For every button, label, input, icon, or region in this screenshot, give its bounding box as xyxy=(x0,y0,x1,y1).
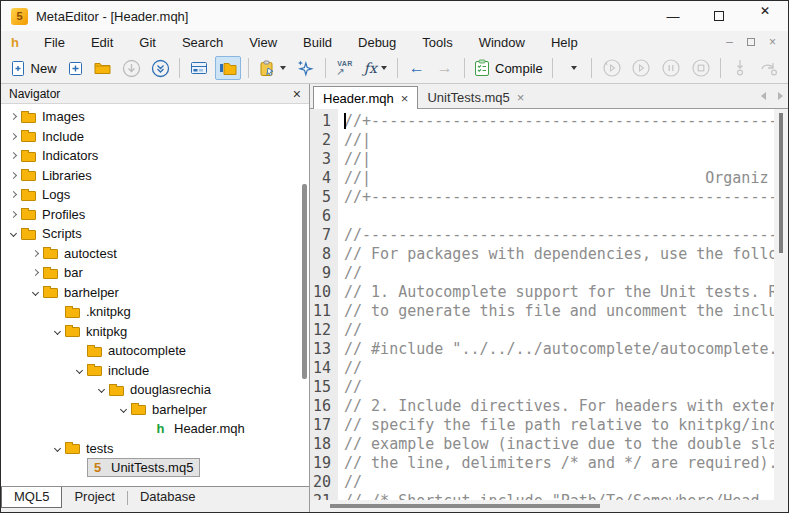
save-button[interactable] xyxy=(119,56,144,80)
stop-debug-button[interactable] xyxy=(688,56,714,80)
tree-item-header-mqh[interactable]: hHeader.mqh xyxy=(1,419,309,439)
tab-database[interactable]: Database xyxy=(128,487,208,508)
menu-tools[interactable]: Tools xyxy=(409,35,465,50)
goto-definition-button[interactable]: VAR↗ xyxy=(333,56,357,80)
compile-button[interactable]: Compile xyxy=(472,56,545,80)
chevron-down-icon[interactable] xyxy=(27,284,43,300)
editor-tab-unittests-mq5[interactable]: UnitTests.mq5 × xyxy=(418,86,533,108)
editor-horizontal-scrollbar[interactable] xyxy=(310,500,774,512)
folder-icon xyxy=(21,113,36,123)
navigator-scrollbar-thumb[interactable] xyxy=(302,184,307,379)
new-button[interactable]: New xyxy=(7,56,59,80)
code-line: 6 xyxy=(310,207,774,226)
fx-icon: ƒx xyxy=(364,60,377,76)
insert-function-button[interactable]: ƒx xyxy=(361,56,390,80)
toolbar-separator xyxy=(552,58,553,78)
toggle-navigator-button[interactable] xyxy=(215,56,241,80)
step-over-button[interactable] xyxy=(756,56,782,80)
menu-edit[interactable]: Edit xyxy=(78,35,126,50)
tree-item-indicators[interactable]: Indicators xyxy=(1,146,309,166)
paste-snippet-button[interactable] xyxy=(256,56,288,80)
tree-item-bar[interactable]: bar xyxy=(1,263,309,283)
app-icon: 5 xyxy=(11,8,28,25)
tree-item-logs[interactable]: Logs xyxy=(1,185,309,205)
document-icon[interactable]: h xyxy=(1,35,31,50)
chevron-down-icon[interactable] xyxy=(49,323,65,339)
tree-item-images[interactable]: Images xyxy=(1,107,309,127)
menu-view[interactable]: View xyxy=(236,35,290,50)
chevron-right-icon[interactable] xyxy=(5,109,21,125)
chevron-down-icon[interactable] xyxy=(49,440,65,456)
tree-item-autoctest[interactable]: autoctest xyxy=(1,244,309,264)
scrollbar-thumb[interactable] xyxy=(779,113,783,253)
chevron-right-icon[interactable] xyxy=(5,148,21,164)
chevron-right-icon[interactable] xyxy=(27,265,43,281)
start-debug-button[interactable] xyxy=(629,56,655,80)
new-window-button[interactable] xyxy=(63,56,87,80)
menu-search[interactable]: Search xyxy=(169,35,236,50)
tree-item-include[interactable]: Include xyxy=(1,127,309,147)
editor-vertical-scrollbar[interactable] xyxy=(774,109,788,500)
pause-debug-button[interactable] xyxy=(658,56,684,80)
save-all-button[interactable] xyxy=(148,56,173,80)
navigator-bottom-tabs: MQL5 Project Database xyxy=(1,486,309,512)
navigate-back-button[interactable]: ← xyxy=(405,56,429,80)
menu-build[interactable]: Build xyxy=(290,35,345,50)
tree-item-douglasrechia[interactable]: douglasrechia xyxy=(1,380,309,400)
chevron-right-icon[interactable] xyxy=(27,245,43,261)
restart-debug-button[interactable] xyxy=(599,56,625,80)
tree-item-include-sub[interactable]: include xyxy=(1,361,309,381)
compile-options-dropdown[interactable] xyxy=(560,56,584,80)
tree-item-knitpkg[interactable]: knitpkg xyxy=(1,322,309,342)
tree-item-barhelper[interactable]: barhelper xyxy=(1,283,309,303)
menu-window[interactable]: Window xyxy=(466,35,538,50)
menu-help[interactable]: Help xyxy=(538,35,591,50)
chevron-right-icon[interactable] xyxy=(5,187,21,203)
tree-item-unittests-mq5[interactable]: 5UnitTests.mq5 xyxy=(1,458,309,478)
tree-item-libraries[interactable]: Libraries xyxy=(1,166,309,186)
chevron-right-icon[interactable] xyxy=(5,128,21,144)
chevron-down-icon[interactable] xyxy=(115,401,131,417)
editor-tab-header-mqh[interactable]: Header.mqh × xyxy=(313,86,418,109)
navigate-forward-button[interactable]: → xyxy=(433,56,457,80)
code-editor[interactable]: 1//+------------------------------------… xyxy=(310,109,788,512)
menu-file[interactable]: File xyxy=(31,35,78,50)
scroll-tabs-left-icon[interactable] xyxy=(761,92,766,100)
menu-debug[interactable]: Debug xyxy=(345,35,409,50)
menu-git[interactable]: Git xyxy=(126,35,169,50)
chevron-down-icon[interactable] xyxy=(5,226,21,242)
maximize-button[interactable] xyxy=(696,1,742,31)
toggle-toolbox-button[interactable] xyxy=(187,56,211,80)
chevron-right-icon[interactable] xyxy=(5,167,21,183)
file-tree: Images Include Indicators Libraries Logs… xyxy=(1,104,309,486)
chevron-down-icon[interactable] xyxy=(93,382,109,398)
mdi-restore-button[interactable] xyxy=(747,38,755,46)
scrollbar-thumb[interactable] xyxy=(330,504,600,508)
folder-icon xyxy=(21,171,36,181)
tree-item-knitpkg-hidden[interactable]: .knitpkg xyxy=(1,302,309,322)
step-into-button[interactable] xyxy=(728,56,752,80)
chevron-right-icon[interactable] xyxy=(5,206,21,222)
tab-mql5[interactable]: MQL5 xyxy=(1,487,62,508)
tree-item-barhelper-sub[interactable]: barhelper xyxy=(1,400,309,420)
ai-assistant-button[interactable] xyxy=(292,56,318,80)
chevron-down-icon[interactable] xyxy=(71,362,87,378)
tree-item-scripts[interactable]: Scripts xyxy=(1,224,309,244)
close-tab-icon[interactable]: × xyxy=(517,91,525,104)
close-tab-icon[interactable]: × xyxy=(401,92,409,105)
mdi-close-button[interactable]: × xyxy=(769,35,776,49)
tab-project[interactable]: Project xyxy=(62,487,126,508)
minimize-button[interactable]: — xyxy=(650,1,696,31)
open-button[interactable] xyxy=(91,56,115,80)
navigator-close-icon[interactable]: × xyxy=(293,87,301,101)
close-button[interactable]: ✕ xyxy=(742,1,788,20)
tree-item-autocomplete[interactable]: autocomplete xyxy=(1,341,309,361)
tree-item-label: Logs xyxy=(42,187,70,202)
folder-icon xyxy=(65,444,80,454)
mdi-minimize-button[interactable]: – xyxy=(726,35,733,49)
scroll-tabs-right-icon[interactable] xyxy=(778,92,783,100)
code-lines: 1//+------------------------------------… xyxy=(310,112,774,512)
tree-item-profiles[interactable]: Profiles xyxy=(1,205,309,225)
tree-item-tests[interactable]: tests xyxy=(1,439,309,459)
tree-item-label: Indicators xyxy=(42,148,98,163)
